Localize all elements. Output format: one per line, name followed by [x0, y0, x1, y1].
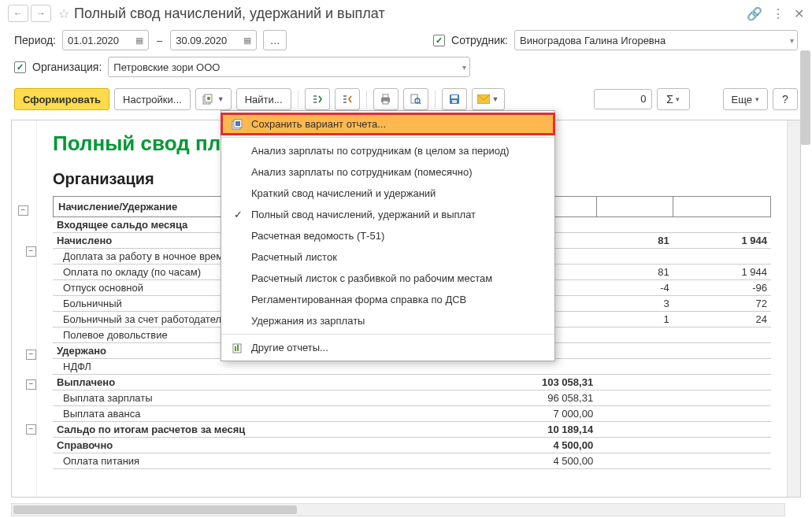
nav-back-button[interactable]: ←: [8, 5, 28, 22]
menu-item[interactable]: Расчетная ведомость (Т-51): [221, 225, 554, 246]
chevron-down-icon[interactable]: ▾: [790, 36, 794, 45]
more-button[interactable]: Еще▾: [723, 88, 768, 110]
table-cell: Выплачено: [54, 375, 445, 390]
settings-button[interactable]: Настройки...: [114, 88, 191, 110]
preview-button[interactable]: [403, 88, 428, 110]
menu-label: Регламентированная форма справка по ДСВ: [251, 294, 466, 305]
save-copy-icon: [229, 119, 247, 130]
period-label: Период:: [14, 34, 56, 46]
table-cell: Сальдо по итогам расчетов за месяц: [54, 422, 445, 438]
menu-item[interactable]: Регламентированная форма справка по ДСВ: [221, 289, 554, 310]
svg-rect-10: [452, 100, 457, 103]
svg-point-2: [206, 97, 209, 100]
org-input[interactable]: Петровские зори ООО ▾: [108, 57, 470, 77]
chevron-down-icon[interactable]: ▾: [462, 63, 466, 72]
org-checkbox[interactable]: ✓: [14, 61, 26, 73]
table-cell: Оплата питания: [54, 453, 445, 469]
date-to-value: 30.09.2020: [176, 35, 227, 46]
calendar-icon[interactable]: ▦: [243, 35, 251, 46]
dash: –: [157, 35, 162, 46]
menu-label: Расчетный листок: [251, 251, 337, 263]
collapse-node[interactable]: −: [18, 205, 28, 216]
sigma-button[interactable]: Σ ▾: [657, 88, 690, 110]
check-icon: ✓: [229, 209, 247, 220]
menu-item[interactable]: Удержания из зарплаты: [221, 310, 554, 331]
nav-forward-button[interactable]: →: [31, 5, 51, 22]
scrollbar-thumb[interactable]: [13, 505, 297, 514]
menu-label: Краткий свод начислений и удержаний: [251, 187, 436, 199]
employee-input[interactable]: Виноградова Галина Игоревна ▾: [514, 30, 798, 50]
employee-label: Сотрудник:: [451, 34, 508, 46]
menu-label: Полный свод начислений, удержаний и выпл…: [251, 209, 476, 220]
menu-save-variant[interactable]: Сохранить вариант отчета...: [221, 113, 554, 135]
collapse-groups-button[interactable]: [335, 88, 360, 110]
email-button[interactable]: ▼: [472, 88, 505, 110]
svg-rect-14: [235, 121, 240, 126]
svg-rect-5: [383, 101, 388, 104]
collapse-node[interactable]: −: [26, 424, 36, 435]
page-title: Полный свод начислений, удержаний и выпл…: [74, 6, 747, 22]
date-to-input[interactable]: 30.09.2020 ▦: [170, 30, 257, 50]
number-box[interactable]: 0: [594, 89, 652, 109]
scrollbar-thumb[interactable]: [800, 50, 810, 145]
menu-item[interactable]: Расчетный листок: [221, 246, 554, 268]
expand-groups-button[interactable]: [305, 88, 330, 110]
close-icon[interactable]: ✕: [794, 6, 804, 21]
table-cell: Справочно: [54, 438, 445, 453]
help-button[interactable]: ?: [773, 88, 798, 110]
collapse-node[interactable]: −: [26, 379, 36, 390]
org-value: Петровские зори ООО: [113, 61, 220, 73]
menu-item[interactable]: Анализ зарплаты по сотрудникам (помесячн…: [221, 161, 554, 183]
menu-label: Удержания из зарплаты: [251, 315, 365, 327]
report-hscrollbar[interactable]: [11, 503, 785, 516]
table-cell: Выплата зарплаты: [54, 390, 445, 406]
table-cell: Выплата аванса: [54, 406, 445, 422]
find-button[interactable]: Найти...: [236, 88, 291, 110]
date-from-value: 01.01.2020: [68, 35, 119, 46]
svg-rect-9: [451, 95, 458, 98]
link-icon[interactable]: 🔗: [747, 6, 762, 21]
menu-label: Сохранить вариант отчета...: [251, 118, 386, 130]
menu-label: Другие отчеты...: [251, 342, 328, 353]
collapse-node[interactable]: −: [26, 246, 36, 257]
menu-label: Анализ зарплаты по сотрудникам (помесячн…: [251, 166, 473, 178]
date-from-input[interactable]: 01.01.2020 ▦: [62, 30, 149, 50]
window-vscrollbar[interactable]: [799, 27, 812, 502]
collapse-node[interactable]: −: [26, 350, 36, 360]
org-label: Организация:: [32, 61, 102, 73]
print-button[interactable]: [373, 88, 399, 110]
menu-other-reports[interactable]: Другие отчеты...: [221, 337, 554, 358]
employee-value: Виноградова Галина Игоревна: [520, 35, 666, 46]
menu-item[interactable]: Краткий свод начислений и удержаний: [221, 183, 554, 204]
menu-label: Расчетный листок с разбивкой по рабочим …: [251, 272, 492, 284]
generate-button[interactable]: Сформировать: [14, 88, 109, 110]
svg-rect-17: [237, 345, 239, 351]
svg-rect-4: [383, 94, 388, 98]
menu-item-current[interactable]: ✓Полный свод начислений, удержаний и вып…: [221, 204, 554, 225]
tree-gutter: − − − − −: [12, 120, 37, 497]
calendar-icon[interactable]: ▦: [135, 35, 143, 46]
menu-label: Расчетная ведомость (Т-51): [251, 230, 384, 242]
svg-rect-16: [235, 346, 236, 351]
menu-label: Анализ зарплаты по сотрудникам (в целом …: [251, 145, 510, 157]
kebab-menu-icon[interactable]: ⋮: [772, 6, 784, 21]
menu-item[interactable]: Анализ зарплаты по сотрудникам (в целом …: [221, 140, 554, 161]
period-picker-button[interactable]: …: [263, 30, 287, 50]
menu-item[interactable]: Расчетный листок с разбивкой по рабочим …: [221, 268, 554, 289]
favorite-star-icon[interactable]: ☆: [58, 6, 69, 21]
variants-dropdown-button[interactable]: ▼: [195, 88, 232, 110]
reports-icon: [229, 342, 247, 353]
save-button[interactable]: [442, 88, 467, 110]
report-variant-menu: Сохранить вариант отчета... Анализ зарпл…: [221, 110, 555, 361]
employee-checkbox[interactable]: ✓: [433, 35, 445, 46]
